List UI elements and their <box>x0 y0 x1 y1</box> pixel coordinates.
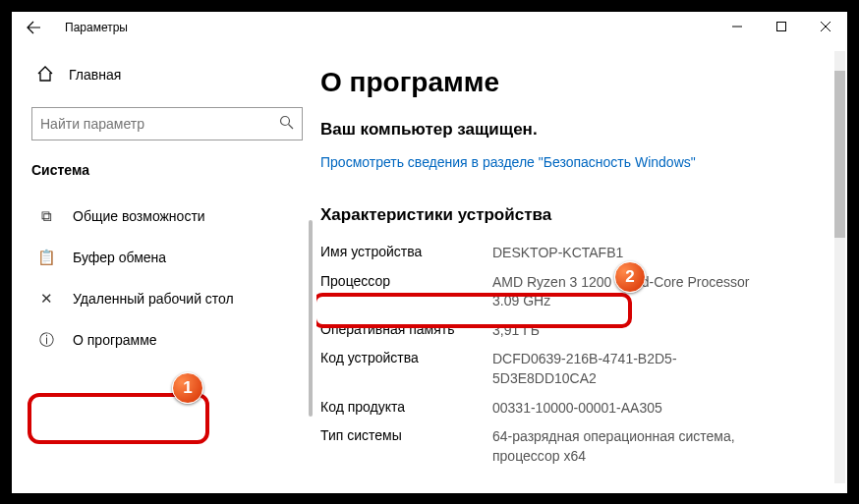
spec-row-ram: Оперативная память 3,91 ГБ <box>320 316 837 346</box>
svg-point-4 <box>281 116 290 125</box>
clipboard-icon: 📋 <box>37 249 55 266</box>
spec-value: 64-разрядная операционная система, проце… <box>492 427 768 466</box>
spec-label: Код продукта <box>320 399 492 419</box>
search-input[interactable] <box>40 116 279 132</box>
main-scrollbar[interactable] <box>834 51 845 483</box>
window-title: Параметры <box>65 21 128 34</box>
spec-value: 00331-10000-00001-AA305 <box>492 399 768 419</box>
device-spec-heading: Характеристики устройства <box>320 205 837 225</box>
minimize-button[interactable] <box>715 12 759 41</box>
back-arrow-icon <box>26 20 41 35</box>
annotation-callout-1: 1 <box>172 372 203 404</box>
nav-label: Буфер обмена <box>73 250 166 265</box>
info-icon: ⓘ <box>37 331 55 350</box>
sidebar-item-remote-desktop[interactable]: ✕ Удаленный рабочий стол <box>31 278 316 319</box>
page-heading: О программе <box>320 67 837 98</box>
svg-rect-1 <box>776 22 785 30</box>
nav-label: Общие возможности <box>73 208 205 224</box>
spec-row-system-type: Тип системы 64-разрядная операционная си… <box>320 422 837 471</box>
remote-icon: ✕ <box>37 290 55 308</box>
back-button[interactable] <box>20 14 47 41</box>
spec-label: Имя устройства <box>320 244 492 263</box>
spec-row-processor: Процессор AMD Ryzen 3 1200 Quad-Core Pro… <box>320 268 837 316</box>
close-button[interactable] <box>803 12 847 41</box>
shared-icon: ⧉ <box>37 207 55 225</box>
settings-window: Параметры Главная Система <box>12 12 847 493</box>
section-label: Система <box>31 162 316 178</box>
svg-line-5 <box>289 124 294 129</box>
spec-label: Процессор <box>320 273 492 311</box>
home-icon <box>35 65 55 85</box>
nav-label: Удаленный рабочий стол <box>73 291 234 307</box>
sidebar-item-shared[interactable]: ⧉ Общие возможности <box>31 196 316 237</box>
spec-value: DCFD0639-216B-4741-B2D5-5D3E8DD10CA2 <box>492 350 768 388</box>
sidebar-item-about[interactable]: ⓘ О программе <box>31 319 316 362</box>
home-label: Главная <box>69 67 121 83</box>
search-box[interactable] <box>31 107 303 140</box>
sidebar: Главная Система ⧉ Общие возможности 📋 Бу… <box>12 43 316 493</box>
protection-status: Ваш компьютер защищен. <box>320 120 837 140</box>
nav-list: ⧉ Общие возможности 📋 Буфер обмена ✕ Уда… <box>31 182 316 362</box>
sidebar-item-clipboard[interactable]: 📋 Буфер обмена <box>31 237 316 278</box>
security-link[interactable]: Просмотреть сведения в разделе "Безопасн… <box>320 153 733 173</box>
window-controls <box>715 12 847 41</box>
spec-row-device-name: Имя устройства DESKTOP-KCTAFB1 <box>320 239 837 268</box>
spec-value: DESKTOP-KCTAFB1 <box>492 244 768 263</box>
search-icon <box>279 115 294 133</box>
spec-row-product-id: Код продукта 00331-10000-00001-AA305 <box>320 394 837 423</box>
annotation-callout-2: 2 <box>614 261 646 293</box>
maximize-button[interactable] <box>759 12 803 41</box>
nav-label: О программе <box>73 332 157 348</box>
main-panel: О программе Ваш компьютер защищен. Просм… <box>316 43 847 493</box>
sidebar-scrollbar[interactable] <box>309 220 313 417</box>
spec-label: Тип системы <box>320 427 492 466</box>
spec-row-device-id: Код устройства DCFD0639-216B-4741-B2D5-5… <box>320 345 837 393</box>
spec-value: 3,91 ГБ <box>492 321 768 341</box>
home-button[interactable]: Главная <box>31 57 316 93</box>
spec-label: Код устройства <box>320 350 492 388</box>
spec-label: Оперативная память <box>320 321 492 341</box>
